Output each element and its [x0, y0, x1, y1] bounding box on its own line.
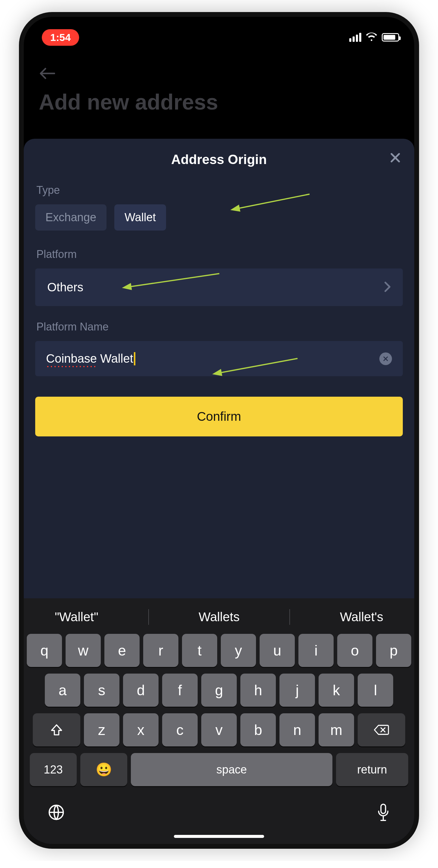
key-backspace[interactable] — [358, 713, 405, 746]
key-p[interactable]: p — [376, 634, 411, 667]
svg-rect-4 — [381, 804, 385, 813]
keyboard: "Wallet" Wallets Wallet's q w e r t y u … — [24, 598, 414, 844]
confirm-button[interactable]: Confirm — [35, 397, 403, 436]
platform-name-input[interactable]: Coinbase Wallet — [35, 341, 403, 376]
key-q[interactable]: q — [27, 634, 62, 667]
key-i[interactable]: i — [298, 634, 334, 667]
key-x[interactable]: x — [123, 713, 159, 746]
key-u[interactable]: u — [260, 634, 295, 667]
key-row-4: 123 😀 space return — [27, 753, 411, 786]
suggestion[interactable]: Wallet's — [340, 610, 383, 624]
key-z[interactable]: z — [84, 713, 120, 746]
key-o[interactable]: o — [337, 634, 372, 667]
platform-name-value: Coinbase Wallet — [46, 352, 133, 365]
key-space[interactable]: space — [131, 753, 332, 786]
text-caret-icon — [134, 352, 135, 365]
key-f[interactable]: f — [162, 674, 198, 707]
platform-label: Platform — [36, 248, 403, 261]
platform-value: Others — [47, 280, 83, 294]
type-label: Type — [36, 184, 403, 196]
type-chip-exchange[interactable]: Exchange — [35, 204, 106, 230]
keyboard-suggestions: "Wallet" Wallets Wallet's — [24, 602, 414, 634]
status-icons — [349, 32, 399, 42]
key-j[interactable]: j — [279, 674, 315, 707]
status-bar: 1:54 — [24, 22, 414, 52]
key-emoji[interactable]: 😀 — [80, 753, 127, 786]
signal-icon — [349, 33, 361, 42]
key-row-2: a s d f g h j k l — [27, 674, 411, 707]
key-b[interactable]: b — [240, 713, 276, 746]
key-k[interactable]: k — [318, 674, 354, 707]
suggestion[interactable]: Wallets — [199, 610, 239, 624]
address-origin-sheet: Address Origin Type Exchange Wallet Plat… — [24, 139, 414, 844]
shift-icon — [50, 723, 63, 737]
close-icon[interactable] — [390, 152, 401, 165]
key-row-1: q w e r t y u i o p — [27, 634, 411, 667]
divider — [290, 609, 290, 625]
key-w[interactable]: w — [66, 634, 101, 667]
key-shift[interactable] — [33, 713, 80, 746]
key-c[interactable]: c — [162, 713, 198, 746]
key-s[interactable]: s — [84, 674, 120, 707]
key-h[interactable]: h — [240, 674, 276, 707]
globe-icon[interactable] — [48, 804, 65, 822]
type-chip-wallet[interactable]: Wallet — [114, 204, 166, 230]
clear-input-icon[interactable] — [379, 352, 392, 365]
home-indicator[interactable] — [174, 835, 264, 838]
back-row — [24, 52, 414, 84]
key-a[interactable]: a — [45, 674, 80, 707]
emoji-icon: 😀 — [96, 762, 112, 777]
key-row-3: z x c v b n m — [27, 713, 411, 746]
spellcheck-underline-icon — [46, 366, 97, 367]
mic-icon[interactable] — [376, 803, 390, 823]
sheet-title: Address Origin — [171, 152, 267, 167]
key-l[interactable]: l — [358, 674, 393, 707]
suggestion[interactable]: "Wallet" — [55, 610, 98, 624]
phone-frame: 1:54 Add new address Address Origin Type… — [19, 12, 419, 849]
key-m[interactable]: m — [318, 713, 354, 746]
key-v[interactable]: v — [201, 713, 237, 746]
status-time: 1:54 — [42, 29, 79, 46]
type-chip-row: Exchange Wallet — [35, 204, 403, 230]
key-y[interactable]: y — [221, 634, 256, 667]
chevron-right-icon — [384, 281, 391, 293]
platform-name-label: Platform Name — [36, 320, 403, 333]
key-numbers[interactable]: 123 — [30, 753, 77, 786]
key-d[interactable]: d — [123, 674, 159, 707]
keyboard-footer — [24, 791, 414, 835]
back-arrow-icon[interactable] — [39, 67, 399, 81]
key-return[interactable]: return — [336, 753, 408, 786]
key-t[interactable]: t — [182, 634, 217, 667]
page-title: Add new address — [24, 84, 414, 114]
sheet-header: Address Origin — [24, 139, 414, 173]
backspace-icon — [374, 724, 389, 736]
wifi-icon — [366, 32, 377, 42]
key-r[interactable]: r — [143, 634, 178, 667]
platform-select[interactable]: Others — [35, 269, 403, 306]
battery-icon — [382, 33, 399, 41]
key-n[interactable]: n — [279, 713, 315, 746]
key-e[interactable]: e — [104, 634, 140, 667]
divider — [148, 609, 149, 625]
key-g[interactable]: g — [201, 674, 237, 707]
